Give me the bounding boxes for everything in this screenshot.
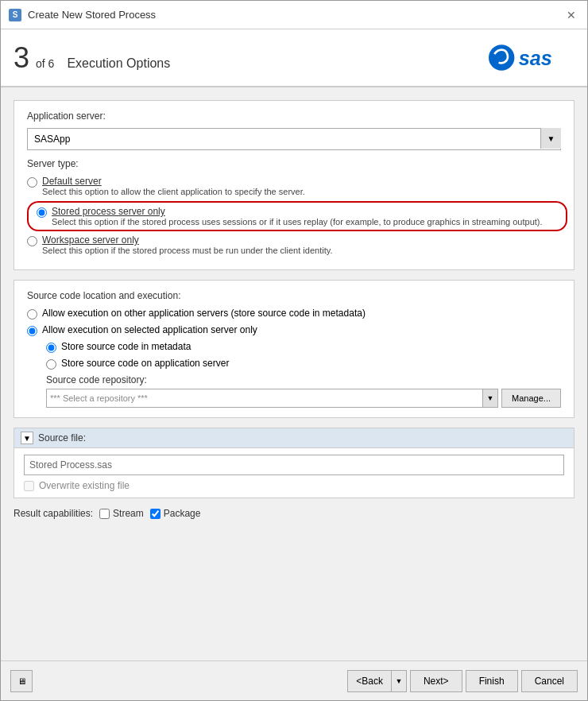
package-checkbox[interactable] <box>150 509 161 519</box>
sas-logo-container: sas <box>489 40 574 76</box>
radio-store-metadata-label: Store source code in metadata <box>61 341 191 352</box>
radio-store-app-server-input[interactable] <box>46 359 56 370</box>
back-btn-group: <Back ▼ <box>347 670 407 692</box>
step-number: 3 <box>14 44 29 72</box>
radio-default-server-input[interactable] <box>27 177 37 188</box>
radio-workspace-server-desc: Select this option if the stored process… <box>42 246 332 255</box>
result-capabilities-row: Result capabilities: Stream Package <box>14 508 574 519</box>
package-label: Package <box>164 508 201 519</box>
source-code-label: Source code location and execution: <box>27 290 561 301</box>
back-dropdown-arrow[interactable]: ▼ <box>391 670 407 692</box>
close-button[interactable]: ✕ <box>563 7 579 23</box>
stream-label: Stream <box>113 508 144 519</box>
radio-stored-process-highlight: Stored process server only Select this o… <box>27 201 567 231</box>
server-type-container: Server type: Default server Select this … <box>27 158 561 255</box>
main-window: S Create New Stored Process ✕ 3 of 6 Exe… <box>0 0 588 701</box>
step-title: Execution Options <box>67 56 170 71</box>
radio-stored-process-title: Stored process server only <box>52 206 543 217</box>
radio-default-server: Default server Select this option to all… <box>27 176 561 196</box>
info-button[interactable]: 🖥 <box>10 670 33 692</box>
finish-button[interactable]: Finish <box>466 670 518 692</box>
radio-allow-other-label: Allow execution on other application ser… <box>42 308 366 319</box>
radio-default-server-title: Default server <box>42 176 305 187</box>
repo-dropdown-arrow[interactable]: ▼ <box>482 389 498 408</box>
manage-button[interactable]: Manage... <box>501 389 561 408</box>
step-info: 3 of 6 Execution Options <box>14 44 170 72</box>
radio-workspace-server-title: Workspace server only <box>42 234 332 246</box>
footer-right: <Back ▼ Next> Finish Cancel <box>347 670 578 692</box>
app-server-label: Application server: <box>27 110 561 122</box>
title-bar-left: S Create New Stored Process <box>9 9 156 21</box>
collapse-button[interactable]: ▼ <box>21 432 33 444</box>
radio-store-app-server-label: Store source code on application server <box>61 358 229 369</box>
radio-stored-process-input[interactable] <box>37 207 47 218</box>
source-file-header: ▼ Source file: <box>14 428 574 448</box>
overwrite-checkbox[interactable] <box>24 481 34 491</box>
source-file-body: Overwrite existing file <box>14 448 574 498</box>
radio-stored-process-wrapper: Stored process server only Select this o… <box>27 201 561 231</box>
radio-allow-selected: Allow execution on selected application … <box>27 324 561 336</box>
cancel-button[interactable]: Cancel <box>521 670 578 692</box>
stream-capability: Stream <box>99 508 144 519</box>
svg-point-0 <box>489 45 514 70</box>
repo-label: Source code repository: <box>46 374 157 385</box>
server-type-label: Server type: <box>27 158 561 169</box>
window-icon: S <box>9 9 21 21</box>
source-file-section: ▼ Source file: Overwrite existing file <box>14 428 574 498</box>
step-of: of 6 <box>36 57 54 70</box>
main-content: Application server: SASApp ▼ Server type… <box>1 87 587 660</box>
title-bar: S Create New Stored Process ✕ <box>1 1 587 29</box>
radio-workspace-server-input[interactable] <box>27 236 37 246</box>
radio-allow-other: Allow execution on other application ser… <box>27 308 561 320</box>
radio-store-app-server: Store source code on application server <box>46 358 561 370</box>
radio-allow-other-input[interactable] <box>27 309 37 320</box>
radio-stored-process-desc: Select this option if the stored process… <box>52 217 543 227</box>
source-file-label: Source file: <box>38 432 86 443</box>
radio-store-metadata-input[interactable] <box>46 343 56 353</box>
source-code-section: Source code location and execution: Allo… <box>14 280 574 418</box>
footer: 🖥 <Back ▼ Next> Finish Cancel <box>1 660 587 700</box>
overwrite-row: Overwrite existing file <box>24 480 564 491</box>
radio-allow-selected-label: Allow execution on selected application … <box>42 324 257 335</box>
package-capability: Package <box>150 508 201 519</box>
repo-row: Source code repository: <box>46 374 561 385</box>
repo-dropdown-wrapper: *** Select a repository *** ▼ <box>46 389 498 408</box>
back-button[interactable]: <Back <box>347 670 391 692</box>
radio-store-metadata: Store source code in metadata <box>46 341 561 353</box>
next-button[interactable]: Next> <box>410 670 462 692</box>
sas-logo: sas <box>489 40 574 76</box>
app-server-value: SASApp <box>28 129 560 149</box>
repo-input-row: *** Select a repository *** ▼ Manage... <box>46 389 561 408</box>
info-icon: 🖥 <box>17 676 26 686</box>
overwrite-label: Overwrite existing file <box>39 480 130 491</box>
sub-radio-group: Store source code in metadata Store sour… <box>46 341 561 370</box>
svg-text:sas: sas <box>519 47 552 69</box>
repo-dropdown-placeholder: *** Select a repository *** <box>46 389 482 408</box>
radio-allow-selected-input[interactable] <box>27 326 37 336</box>
result-capabilities-label: Result capabilities: <box>14 508 93 519</box>
window-title: Create New Stored Process <box>28 9 156 21</box>
radio-workspace-server: Workspace server only Select this option… <box>27 234 561 255</box>
footer-left: 🖥 <box>10 670 33 692</box>
source-file-input[interactable] <box>24 455 564 475</box>
stream-checkbox[interactable] <box>99 509 110 519</box>
radio-default-server-desc: Select this option to allow the client a… <box>42 187 305 196</box>
header-area: 3 of 6 Execution Options sas <box>1 29 587 87</box>
app-server-section: Application server: SASApp ▼ Server type… <box>14 100 574 270</box>
app-server-dropdown-container: SASApp ▼ <box>27 128 561 150</box>
